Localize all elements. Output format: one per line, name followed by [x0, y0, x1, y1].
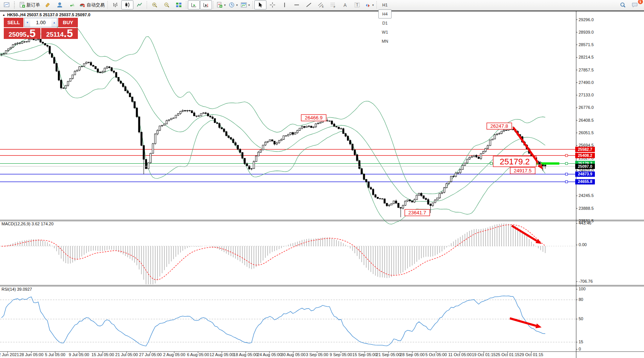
candlestick-chart-button[interactable]	[121, 0, 133, 9]
date-axis-label: 12 Aug 05:00	[210, 352, 234, 357]
sell-price[interactable]: 25095.5	[4, 28, 40, 39]
vertical-line-tool-button[interactable]	[279, 0, 291, 9]
auto-trading-button[interactable]: 自动交易	[78, 0, 106, 9]
chart-window-icon[interactable]	[1, 0, 13, 9]
market-button[interactable]	[54, 0, 66, 9]
search-icon	[620, 2, 626, 8]
equidistant-channel-tool-button[interactable]: E	[315, 0, 327, 9]
separator	[107, 1, 108, 9]
trendline-tool-button[interactable]	[303, 0, 315, 9]
buy-price[interactable]: 25114.5	[41, 28, 78, 39]
line-handle[interactable]	[565, 162, 568, 164]
macd-axis-label: 443.46	[579, 221, 591, 225]
timeframe-button-W1[interactable]: W1	[378, 28, 392, 37]
date-axis-label: 9 Jul 05:00	[69, 352, 89, 357]
zoom-in-button[interactable]	[149, 0, 161, 9]
crosshair-tool-button[interactable]	[266, 0, 279, 9]
rsi-axis-label: 50	[579, 316, 583, 321]
chart-canvas[interactable]: 29296.028939.028571.528214.527857.527490…	[0, 0, 644, 358]
text-icon: A	[342, 2, 348, 8]
date-axis-label: 2 Aug 05:00	[163, 352, 186, 357]
volume-decrease-button[interactable]: ▼	[25, 18, 30, 27]
new-order-button[interactable]: 新订单	[18, 0, 42, 9]
collapse-panel-icon[interactable]: ▲	[2, 13, 5, 17]
macd-axis-label: -706.76	[579, 279, 593, 284]
svg-text:A: A	[344, 3, 347, 8]
price-axis-label: 27857.5	[579, 68, 594, 72]
crosshair-icon	[269, 2, 276, 8]
timeframe-button-D1[interactable]: D1	[378, 19, 392, 28]
toolbar-grip	[14, 2, 17, 8]
notifications-button[interactable]: 1	[629, 0, 641, 9]
sell-price-fraction: .5	[26, 28, 36, 39]
metaeditor-button[interactable]	[42, 0, 54, 9]
bar-chart-icon	[112, 2, 118, 8]
periods-button[interactable]: ▾	[227, 0, 239, 9]
price-axis-label: 28214.5	[579, 55, 594, 59]
annotation-text: 23641.7	[409, 210, 426, 215]
line-chart-icon	[136, 2, 142, 8]
line-chart-button[interactable]	[133, 0, 146, 9]
cursor-tool-button[interactable]	[254, 0, 266, 9]
timeframe-button-H4[interactable]: H4	[378, 9, 392, 19]
timeframe-button-MN[interactable]: MN	[378, 37, 392, 46]
buy-price-fraction: .5	[64, 28, 73, 39]
new-order-label: 新订单	[26, 2, 40, 8]
separator	[252, 1, 253, 9]
buy-button[interactable]: BUY	[58, 18, 78, 27]
annotation-text: 25179.2	[500, 157, 530, 166]
templates-icon	[241, 2, 247, 8]
volume-value[interactable]: 1.00	[30, 18, 51, 27]
bollinger-lower-band	[0, 51, 545, 224]
separator	[147, 1, 147, 9]
cursor-icon	[257, 2, 263, 8]
tile-windows-icon	[176, 2, 182, 8]
sell-button[interactable]: SELL	[4, 18, 23, 27]
line-handle[interactable]	[565, 154, 568, 157]
date-axis-label: 29 Oct 01:15	[520, 352, 543, 357]
price-axis-label: 26776.0	[579, 105, 594, 110]
indicators-button[interactable]: ▾	[215, 0, 227, 9]
svg-text:E: E	[322, 5, 324, 8]
auto-trading-label: 自动交易	[87, 2, 105, 8]
line-handle[interactable]	[565, 173, 568, 175]
rsi-axis-label: 100	[579, 287, 585, 291]
date-axis-label: 25 Oct 01:15	[496, 352, 520, 357]
volume-increase-button[interactable]: ▲	[51, 18, 57, 27]
timeframe-button-H1[interactable]: H1	[378, 0, 392, 9]
dropdown-arrow-icon: ▾	[224, 3, 226, 7]
chart-shift-icon	[203, 2, 209, 8]
price-badge-text: 24655.8	[578, 179, 592, 184]
line-handle[interactable]	[565, 181, 568, 183]
price-badge-text: 25582.7	[578, 147, 592, 152]
signals-button[interactable]	[66, 0, 78, 9]
fibonacci-tool-button[interactable]: F	[327, 0, 339, 9]
volume-spinner: ▼ 1.00 ▲	[24, 18, 57, 27]
annotation-text: 26247.8	[491, 123, 508, 129]
line-handle[interactable]	[490, 162, 492, 164]
vertical-line-icon	[282, 2, 288, 8]
horizontal-line-tool-button[interactable]	[291, 0, 303, 9]
date-axis-label: 15 Jul 05:00	[91, 352, 114, 357]
separator	[213, 1, 214, 9]
arrows-tool-button[interactable]: ▾	[363, 0, 375, 9]
text-tool-button[interactable]: A	[339, 0, 351, 9]
date-axis-label: 24 Aug 05:00	[257, 352, 282, 357]
search-button[interactable]	[617, 0, 629, 9]
trend-arrow[interactable]	[510, 318, 536, 326]
zoom-out-button[interactable]	[161, 0, 173, 9]
chat-bubble-icon	[632, 2, 638, 8]
zoom-out-icon	[164, 2, 170, 8]
one-click-trading-panel: SELL ▼ 1.00 ▲ BUY 25095.5 25114.5	[4, 18, 78, 39]
text-label-tool-button[interactable]: T	[351, 0, 363, 9]
templates-button[interactable]: ▾	[239, 0, 251, 9]
date-axis-label: 21 Sep 05:00	[376, 352, 401, 357]
auto-scroll-button[interactable]	[188, 0, 200, 9]
dropdown-arrow-icon: ▾	[372, 3, 374, 7]
bar-chart-button[interactable]	[109, 0, 121, 9]
tile-windows-button[interactable]	[173, 0, 185, 9]
date-axis-label: 15 Sep 05:00	[352, 352, 377, 357]
bollinger-middle-band	[0, 44, 545, 202]
chart-shift-button[interactable]	[200, 0, 212, 9]
sell-price-main: 25095	[9, 31, 26, 39]
